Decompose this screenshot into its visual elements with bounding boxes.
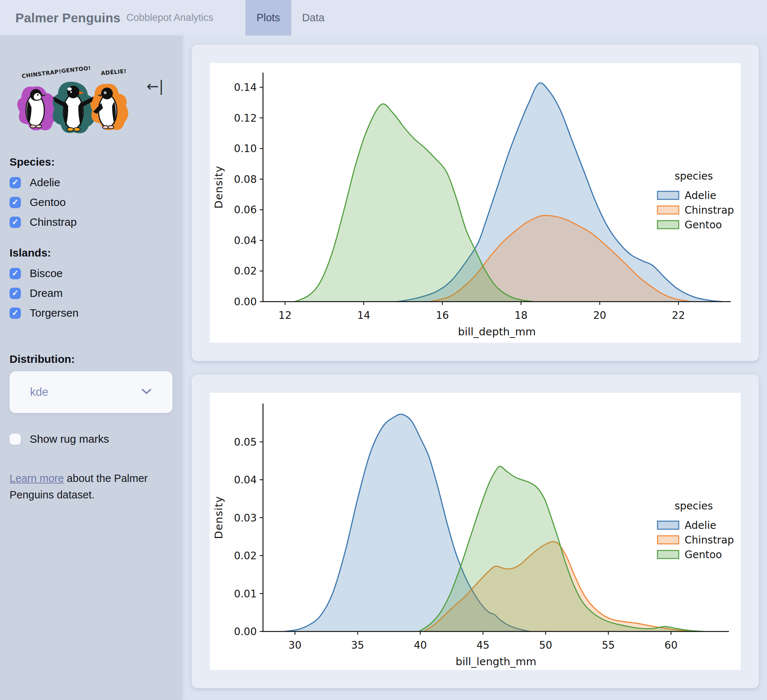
- checkbox-label: Dream: [30, 287, 63, 300]
- svg-text:16: 16: [436, 309, 449, 321]
- checkbox-icon[interactable]: [10, 268, 21, 279]
- checkbox-icon[interactable]: [10, 217, 21, 228]
- tab-plots[interactable]: Plots: [245, 0, 291, 35]
- species-checkbox-chinstrap[interactable]: Chinstrap: [10, 212, 172, 232]
- svg-text:0.01: 0.01: [234, 588, 257, 600]
- gentoo-label: GENTOO!: [61, 65, 92, 74]
- svg-text:14: 14: [357, 309, 370, 321]
- learn-more-link[interactable]: Learn more: [10, 472, 64, 484]
- penguins-artwork: CHINSTRAP! GENTOO! ADÉLIE!: [11, 61, 139, 137]
- svg-text:Density: Density: [212, 496, 225, 539]
- svg-text:0.05: 0.05: [234, 436, 257, 448]
- svg-text:12: 12: [278, 309, 291, 321]
- islands-checkbox-torgersen[interactable]: Torgersen: [10, 303, 172, 323]
- svg-text:0.06: 0.06: [234, 204, 257, 216]
- svg-text:bill_length_mm: bill_length_mm: [456, 655, 536, 668]
- bill-depth-chart: 1214161820220.000.020.040.060.080.100.12…: [210, 63, 741, 343]
- nav-tabs: Plots Data: [245, 0, 336, 35]
- tab-data[interactable]: Data: [291, 0, 336, 35]
- bill-length-card: 303540455055600.000.010.020.030.040.05bi…: [192, 375, 759, 688]
- checkbox-icon[interactable]: [10, 308, 21, 319]
- species-checkbox-adelie[interactable]: Adelie: [10, 172, 172, 192]
- svg-text:0.00: 0.00: [234, 296, 257, 308]
- islands-section-label: Islands:: [10, 247, 172, 259]
- svg-text:Gentoo: Gentoo: [684, 219, 722, 231]
- bill-depth-card: 1214161820220.000.020.040.060.080.100.12…: [192, 45, 759, 361]
- islands-checkbox-dream[interactable]: Dream: [10, 283, 172, 303]
- adelie-label: ADÉLIE!: [101, 67, 127, 77]
- svg-text:40: 40: [414, 639, 427, 651]
- svg-text:0.02: 0.02: [234, 265, 257, 277]
- svg-text:species: species: [675, 170, 713, 182]
- main-content: 1214161820220.000.020.040.060.080.100.12…: [182, 35, 767, 700]
- svg-text:species: species: [675, 500, 713, 512]
- svg-text:50: 50: [539, 639, 552, 651]
- species-checkbox-gentoo[interactable]: Gentoo: [10, 192, 172, 212]
- svg-text:55: 55: [602, 639, 615, 651]
- svg-text:0.04: 0.04: [234, 474, 257, 486]
- svg-text:0.08: 0.08: [234, 173, 257, 185]
- islands-checkbox-biscoe[interactable]: Biscoe: [10, 263, 172, 283]
- svg-text:0.04: 0.04: [234, 234, 257, 247]
- svg-text:60: 60: [664, 639, 678, 651]
- learn-more-text: Learn more about the Palmer Penguins dat…: [10, 470, 175, 503]
- app-title: Palmer Penguins: [15, 11, 121, 25]
- svg-text:0.10: 0.10: [234, 143, 257, 155]
- species-section-label: Species:: [10, 156, 172, 168]
- distribution-label: Distribution:: [10, 353, 172, 365]
- rug-marks-checkbox[interactable]: Show rug marks: [10, 429, 172, 449]
- chevron-down-icon: [141, 388, 152, 396]
- checkbox-icon[interactable]: [10, 177, 21, 188]
- sidebar-collapse-icon[interactable]: ←|: [146, 79, 164, 94]
- svg-text:0.12: 0.12: [234, 112, 257, 124]
- svg-text:0.00: 0.00: [234, 626, 257, 638]
- svg-text:Adelie: Adelie: [684, 190, 716, 202]
- checkbox-label: Biscoe: [30, 267, 63, 280]
- svg-text:Density: Density: [212, 166, 225, 209]
- svg-text:Gentoo: Gentoo: [684, 549, 722, 561]
- svg-text:0.02: 0.02: [234, 550, 257, 562]
- checkbox-icon[interactable]: [10, 434, 21, 445]
- distribution-select[interactable]: kde: [10, 371, 172, 413]
- checkbox-label: Chinstrap: [30, 216, 76, 228]
- svg-text:35: 35: [351, 639, 364, 651]
- svg-text:22: 22: [672, 309, 685, 321]
- app-subtitle: Cobblepot Analytics: [126, 12, 213, 24]
- svg-text:Chinstrap: Chinstrap: [684, 204, 734, 216]
- checkbox-label: Show rug marks: [30, 433, 109, 445]
- checkbox-label: Adelie: [30, 176, 60, 189]
- svg-text:0.14: 0.14: [234, 81, 257, 94]
- checkbox-label: Gentoo: [30, 196, 65, 209]
- svg-text:bill_depth_mm: bill_depth_mm: [458, 325, 536, 338]
- app-header: Palmer Penguins Cobblepot Analytics Plot…: [0, 0, 767, 35]
- distribution-select-value: kde: [30, 386, 48, 399]
- svg-text:30: 30: [288, 639, 301, 651]
- svg-text:Adelie: Adelie: [684, 519, 716, 531]
- sidebar: ←|: [0, 35, 182, 700]
- chinstrap-label: CHINSTRAP!: [21, 68, 62, 80]
- checkbox-icon[interactable]: [10, 288, 21, 299]
- svg-text:45: 45: [477, 639, 490, 651]
- svg-text:Chinstrap: Chinstrap: [684, 534, 734, 546]
- checkbox-icon[interactable]: [10, 197, 21, 208]
- svg-text:0.03: 0.03: [234, 512, 257, 524]
- svg-text:20: 20: [594, 309, 606, 321]
- svg-text:18: 18: [515, 309, 528, 321]
- bill-length-chart: 303540455055600.000.010.020.030.040.05bi…: [210, 393, 741, 670]
- checkbox-label: Torgersen: [30, 307, 78, 319]
